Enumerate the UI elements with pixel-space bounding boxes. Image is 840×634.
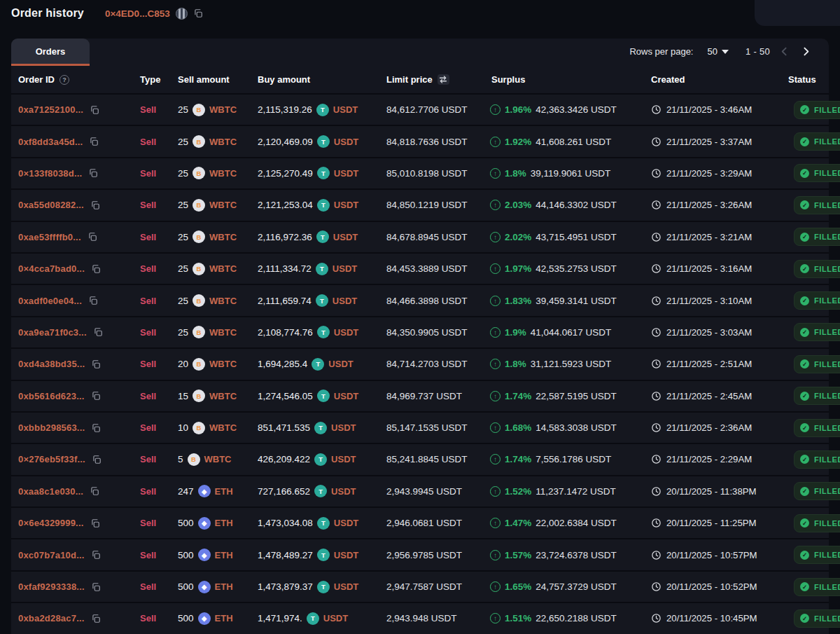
surplus-up-icon <box>490 422 500 433</box>
copy-order-id-button[interactable] <box>91 391 101 401</box>
sell-token-symbol[interactable]: WBTC <box>209 232 237 242</box>
buy-token-symbol[interactable]: USDT <box>333 232 358 242</box>
address-identicon <box>176 8 188 20</box>
chevron-right-icon <box>800 46 812 57</box>
buy-token-symbol[interactable]: USDT <box>334 168 358 179</box>
order-id-link[interactable]: 0×133f8038d... <box>18 168 82 179</box>
sell-token-symbol[interactable]: WBTC <box>209 359 237 369</box>
sell-qty: 500 <box>178 613 194 623</box>
copy-order-id-button[interactable] <box>93 327 103 337</box>
buy-value: 2,111,659.74 <box>258 296 312 306</box>
buy-token-symbol[interactable]: USDT <box>334 581 358 592</box>
tab-orders[interactable]: Orders <box>11 39 90 64</box>
order-id-link[interactable]: 0xf8dd3a45d... <box>18 137 83 147</box>
order-id-link[interactable]: 0xa9ea71f0c3... <box>18 327 87 338</box>
check-icon <box>800 423 809 432</box>
order-id-link[interactable]: 0xb5616d623... <box>18 391 85 401</box>
buy-token-symbol[interactable]: USDT <box>334 518 358 528</box>
order-type: Sell <box>140 486 156 497</box>
sell-token-symbol[interactable]: WBTC <box>209 422 237 433</box>
sell-qty: 15 <box>178 391 188 401</box>
buy-token-symbol[interactable]: USDT <box>334 327 358 338</box>
buy-token-symbol[interactable]: USDT <box>334 137 358 147</box>
owner-address-link[interactable]: 0×4ED0...C853 <box>105 8 170 19</box>
status-badge: FILLED <box>794 450 840 469</box>
sell-token-symbol[interactable]: ETH <box>215 550 233 560</box>
order-id-link[interactable]: 0xadf0e0e04... <box>18 296 82 306</box>
order-id-link[interactable]: 0xd4a38bd35... <box>18 359 85 369</box>
order-id-link[interactable]: 0xaa8c1e030... <box>18 486 83 497</box>
order-id-link[interactable]: 0xae53ffffb0... <box>18 232 81 242</box>
clock-icon <box>651 263 662 274</box>
copy-order-id-button[interactable] <box>90 105 99 115</box>
buy-token-icon-usdt: T <box>317 199 330 212</box>
copy-order-id-button[interactable] <box>88 296 98 305</box>
order-type: Sell <box>140 613 156 623</box>
sell-token-symbol[interactable]: WBTC <box>209 296 237 306</box>
next-page-button[interactable] <box>799 44 813 59</box>
copy-order-id-button[interactable] <box>92 455 102 464</box>
sell-token-symbol[interactable]: ETH <box>215 581 233 592</box>
buy-token-symbol[interactable]: USDT <box>333 104 358 115</box>
order-type: Sell <box>140 391 156 401</box>
copy-order-id-button[interactable] <box>91 423 101 433</box>
buy-token-symbol[interactable]: USDT <box>334 550 358 560</box>
help-icon[interactable] <box>59 75 69 85</box>
sell-token-symbol[interactable]: WBTC <box>209 168 237 179</box>
order-id-link[interactable]: 0xa55d08282... <box>18 200 84 210</box>
copy-order-id-button[interactable] <box>91 614 101 623</box>
order-id-link[interactable]: 0xa71252100... <box>18 104 83 115</box>
copy-order-id-button[interactable] <box>88 232 97 242</box>
check-icon <box>800 296 809 305</box>
surplus-value: 39,119.9061 USDT <box>531 168 611 179</box>
sell-token-symbol[interactable]: WBTC <box>209 104 237 115</box>
status-badge: FILLED <box>794 578 840 596</box>
buy-token-symbol[interactable]: USDT <box>334 391 358 401</box>
sell-token-symbol[interactable]: WBTC <box>209 137 237 147</box>
copy-address-button[interactable] <box>193 8 203 18</box>
order-id-link[interactable]: 0xc07b7a10d... <box>18 550 85 560</box>
copy-order-id-button[interactable] <box>90 200 100 210</box>
copy-order-id-button[interactable] <box>91 359 101 369</box>
copy-order-id-button[interactable] <box>88 168 98 178</box>
swap-arrows-icon[interactable] <box>438 74 449 85</box>
sell-token-symbol[interactable]: ETH <box>215 518 233 528</box>
copy-order-id-button[interactable] <box>89 137 99 146</box>
copy-order-id-button[interactable] <box>91 264 101 274</box>
buy-token-symbol[interactable]: USDT <box>328 359 353 369</box>
buy-token-symbol[interactable]: USDT <box>332 296 357 306</box>
buy-token-symbol[interactable]: USDT <box>331 486 356 497</box>
rows-per-page-label: Rows per page: <box>629 46 693 57</box>
copy-order-id-button[interactable] <box>91 550 101 560</box>
order-id-link[interactable]: 0×276eb5f33f... <box>18 454 85 464</box>
copy-icon <box>91 582 101 592</box>
sell-token-symbol[interactable]: WBTC <box>204 454 232 464</box>
buy-token-symbol[interactable]: USDT <box>334 200 358 210</box>
order-id-link[interactable]: 0xbbb298563... <box>18 422 85 433</box>
prev-page-button[interactable] <box>777 44 792 59</box>
order-id-link[interactable]: 0×4cca7bad0... <box>18 263 85 274</box>
buy-token-symbol[interactable]: USDT <box>332 263 357 274</box>
buy-token-symbol[interactable]: USDT <box>323 613 348 623</box>
buy-token-icon-usdt: T <box>317 581 330 593</box>
copy-order-id-button[interactable] <box>90 518 100 528</box>
status-label: FILLED <box>814 201 840 209</box>
sell-token-symbol[interactable]: ETH <box>215 613 233 623</box>
caret-down-icon <box>722 50 729 54</box>
copy-icon <box>91 550 101 560</box>
sell-token-symbol[interactable]: ETH <box>215 486 233 497</box>
order-id-link[interactable]: 0xba2d28ac7... <box>18 613 85 623</box>
copy-order-id-button[interactable] <box>91 582 101 592</box>
buy-token-symbol[interactable]: USDT <box>331 454 356 464</box>
sell-token-symbol[interactable]: WBTC <box>209 263 237 274</box>
order-id-link[interactable]: 0xfaf9293338... <box>18 581 85 592</box>
sell-token-symbol[interactable]: WBTC <box>209 200 237 210</box>
sell-token-symbol[interactable]: WBTC <box>209 327 237 338</box>
rows-per-page-select[interactable]: 50 <box>703 46 732 57</box>
copy-icon <box>93 327 103 337</box>
copy-order-id-button[interactable] <box>90 486 99 496</box>
buy-token-symbol[interactable]: USDT <box>331 422 356 433</box>
order-id-link[interactable]: 0×6e4329999... <box>18 518 84 528</box>
sell-token-symbol[interactable]: WBTC <box>209 391 237 401</box>
created-time: 21/11/2025 - 3:37AM <box>666 137 752 147</box>
